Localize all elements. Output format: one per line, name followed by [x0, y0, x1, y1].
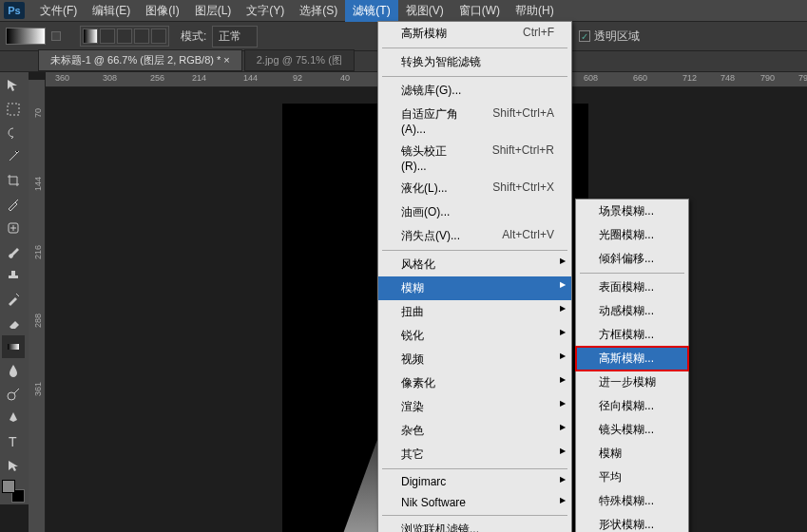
path-select-tool[interactable]	[2, 454, 25, 477]
blur-tool[interactable]	[2, 359, 25, 382]
menu-6[interactable]: 滤镜(T)	[345, 0, 397, 22]
lasso-tool[interactable]	[2, 122, 25, 144]
blur-item-12[interactable]: 平均	[576, 466, 688, 489]
filter-item-11[interactable]: 风格化	[378, 253, 571, 276]
stamp-tool[interactable]	[2, 264, 25, 287]
type-tool[interactable]: T	[2, 430, 25, 453]
filter-item-7[interactable]: 液化(L)...Shift+Ctrl+X	[378, 177, 571, 200]
blur-item-2[interactable]: 倾斜偏移...	[576, 247, 688, 271]
mode-label: 模式:	[181, 28, 206, 45]
blend-mode-select[interactable]: 正常	[212, 26, 258, 48]
filter-item-5[interactable]: 自适应广角(A)...Shift+Ctrl+A	[378, 103, 571, 140]
grad-angle-icon[interactable]	[117, 28, 132, 44]
filter-item-4[interactable]: 滤镜库(G)...	[378, 79, 571, 103]
menu-item-label: 方框模糊...	[599, 327, 654, 343]
gradient-style-group	[80, 26, 169, 47]
doc-tab-0[interactable]: 未标题-1 @ 66.7% (图层 2, RGB/8) * ×	[38, 49, 242, 71]
filter-item-21[interactable]: Digimarc	[378, 471, 571, 492]
gradient-tool[interactable]	[2, 335, 25, 358]
filter-item-14[interactable]: 锐化	[378, 324, 571, 348]
filter-item-6[interactable]: 镜头校正(R)...Shift+Ctrl+R	[378, 140, 571, 177]
gradient-preview[interactable]	[6, 28, 46, 45]
filter-item-15[interactable]: 视频	[378, 348, 571, 371]
menu-shortcut: Shift+Ctrl+R	[492, 143, 554, 173]
filter-item-0[interactable]: 高斯模糊Ctrl+F	[378, 22, 571, 46]
grad-radial-icon[interactable]	[100, 28, 115, 44]
menu-item-label: 自适应广角(A)...	[401, 106, 464, 136]
menu-shortcut: Alt+Ctrl+V	[502, 228, 554, 244]
heal-tool[interactable]	[2, 217, 25, 239]
menu-item-label: 模糊	[599, 446, 622, 462]
move-tool[interactable]	[2, 74, 25, 97]
trans-check[interactable]: ✓透明区域	[579, 28, 640, 45]
filter-item-8[interactable]: 油画(O)...	[378, 200, 571, 224]
blur-item-9[interactable]: 径向模糊...	[576, 394, 688, 418]
filter-item-2[interactable]: 转换为智能滤镜	[378, 50, 571, 74]
menu-item-label: 液化(L)...	[401, 180, 448, 197]
menu-item-label: 扭曲	[401, 304, 424, 320]
blur-item-8[interactable]: 进一步模糊	[576, 370, 688, 394]
menu-item-label: 平均	[599, 469, 622, 485]
doc-tab-1[interactable]: 2.jpg @ 75.1% (图	[244, 49, 355, 71]
blur-item-0[interactable]: 场景模糊...	[576, 200, 688, 223]
svg-rect-2	[8, 344, 19, 350]
filter-sep	[382, 515, 567, 516]
menu-item-label: 进一步模糊	[599, 374, 656, 390]
blur-item-7[interactable]: 高斯模糊...	[576, 347, 688, 370]
eyedropper-tool[interactable]	[2, 193, 25, 216]
menu-7[interactable]: 视图(V)	[398, 0, 452, 22]
menu-item-label: 锐化	[401, 328, 424, 344]
gradient-picker-caret[interactable]	[51, 31, 61, 41]
svg-rect-0	[8, 104, 19, 115]
history-brush-tool[interactable]	[2, 288, 25, 311]
menu-item-label: 风格化	[401, 256, 435, 273]
menu-item-label: 镜头模糊...	[599, 422, 654, 438]
filter-item-9[interactable]: 消失点(V)...Alt+Ctrl+V	[378, 224, 571, 248]
filter-item-24[interactable]: 浏览联机滤镜...	[378, 518, 571, 532]
blur-item-6[interactable]: 方框模糊...	[576, 323, 688, 347]
filter-item-12[interactable]: 模糊	[378, 276, 571, 300]
blur-item-4[interactable]: 表面模糊...	[576, 276, 688, 299]
pen-tool[interactable]	[2, 407, 25, 429]
blur-item-5[interactable]: 动感模糊...	[576, 299, 688, 323]
marquee-tool[interactable]	[2, 98, 25, 121]
blur-item-10[interactable]: 镜头模糊...	[576, 418, 688, 442]
blur-item-13[interactable]: 特殊模糊...	[576, 489, 688, 513]
filter-item-18[interactable]: 杂色	[378, 419, 571, 443]
brush-tool[interactable]	[2, 240, 25, 263]
menu-0[interactable]: 文件(F)	[32, 0, 85, 22]
menu-2[interactable]: 图像(I)	[138, 0, 186, 22]
blur-item-1[interactable]: 光圈模糊...	[576, 223, 688, 247]
dodge-tool[interactable]	[2, 383, 25, 406]
menu-3[interactable]: 图层(L)	[187, 0, 240, 22]
menu-item-label: 消失点(V)...	[401, 228, 460, 244]
crop-tool[interactable]	[2, 169, 25, 192]
wand-tool[interactable]	[2, 145, 25, 168]
menu-item-label: 镜头校正(R)...	[401, 143, 464, 173]
menu-item-label: 浏览联机滤镜...	[401, 522, 479, 532]
grad-reflected-icon[interactable]	[134, 28, 149, 44]
menu-shortcut: Ctrl+F	[523, 26, 554, 42]
blur-item-11[interactable]: 模糊	[576, 442, 688, 466]
eraser-tool[interactable]	[2, 312, 25, 334]
grad-linear-icon[interactable]	[83, 28, 98, 44]
menu-1[interactable]: 编辑(E)	[85, 0, 138, 22]
grad-diamond-icon[interactable]	[151, 28, 166, 44]
foreground-color[interactable]	[2, 480, 15, 493]
tools-panel: T	[0, 72, 29, 504]
menu-item-label: 杂色	[401, 423, 424, 439]
menu-item-label: 高斯模糊...	[599, 351, 654, 367]
menu-5[interactable]: 选择(S)	[292, 0, 345, 22]
menu-item-label: 高斯模糊	[401, 26, 447, 42]
filter-item-16[interactable]: 像素化	[378, 371, 571, 395]
menu-8[interactable]: 窗口(W)	[452, 0, 508, 22]
menu-item-label: 表面模糊...	[599, 279, 654, 295]
menu-4[interactable]: 文字(Y)	[239, 0, 292, 22]
filter-item-17[interactable]: 渲染	[378, 395, 571, 419]
filter-item-13[interactable]: 扭曲	[378, 300, 571, 324]
color-swatches[interactable]	[2, 480, 25, 503]
menu-9[interactable]: 帮助(H)	[508, 0, 562, 22]
filter-item-19[interactable]: 其它	[378, 443, 571, 466]
blur-item-14[interactable]: 形状模糊...	[576, 513, 688, 532]
filter-item-22[interactable]: Nik Software	[378, 492, 571, 513]
